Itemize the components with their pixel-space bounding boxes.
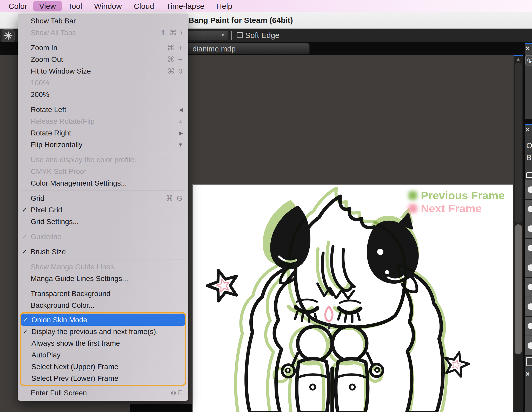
- menu-item-grid-settings[interactable]: Grid Settings...: [18, 216, 188, 227]
- menu-item-label: Flip Horizontally: [31, 141, 174, 149]
- info-button[interactable]: ①: [525, 55, 532, 66]
- rotate-direction-icon: ▼: [178, 142, 183, 148]
- new-layer-icon[interactable]: [526, 357, 532, 366]
- layer-visibility-icon[interactable]: [528, 342, 532, 349]
- previous-frame-label: Previous Frame: [421, 189, 505, 202]
- symmetry-brush-button[interactable]: [2, 29, 15, 42]
- menubar-item-time-lapse[interactable]: Time-lapse: [160, 1, 210, 11]
- document-tab-label: dianime.mdp: [192, 45, 236, 53]
- layer-list: [525, 180, 532, 356]
- menu-bar: ColorViewToolWindowCloudTime-lapseHelp: [0, 0, 532, 12]
- layer-visibility-icon[interactable]: [528, 245, 532, 251]
- menu-item-pixel-grid[interactable]: ✓Pixel Grid: [18, 204, 188, 216]
- layer-row[interactable]: [525, 278, 532, 297]
- layer-row[interactable]: [525, 219, 532, 239]
- menu-item-background-color[interactable]: Background Color...: [18, 299, 188, 311]
- workspace-bottom-strip: [130, 404, 192, 412]
- menu-item-show-manga-guide-lines: Show Manga Guide Lines: [18, 261, 188, 273]
- menu-item-color-management-settings[interactable]: Color Management Settings...: [18, 177, 188, 189]
- layer-row[interactable]: [525, 336, 532, 356]
- asterisk-icon: [4, 31, 13, 40]
- close-icon[interactable]: ×: [525, 369, 532, 378]
- layer-visibility-icon[interactable]: [528, 284, 532, 290]
- menu-item-shortcut: ⇧ ⌘ \: [160, 28, 183, 37]
- onion-skin-legend: Previous Frame Next Frame: [408, 189, 505, 215]
- menu-item-manga-guide-lines-settings[interactable]: Manga Guide Lines Settings...: [18, 273, 188, 284]
- view-menu-panel: Show Tab BarShow All Tabs⇧ ⌘ \Zoom In⌘ +…: [18, 14, 188, 401]
- canvas-vertical-scrollbar[interactable]: ▲: [514, 55, 523, 412]
- menu-item-brush-size[interactable]: ✓Brush Size: [18, 246, 188, 258]
- menu-item-enter-full-screen[interactable]: Enter Full ScreenF: [18, 387, 188, 399]
- menu-item-select-prev-lower-frame[interactable]: Select Prev (Lower) Frame: [21, 372, 185, 384]
- menu-item-show-tab-bar[interactable]: Show Tab Bar: [18, 15, 188, 27]
- rotate-direction-icon: ◀: [179, 107, 183, 113]
- checkmark-icon: ✓: [23, 316, 31, 324]
- layer-visibility-icon[interactable]: [528, 264, 532, 271]
- menu-item-onion-skin-mode[interactable]: ✓Onion Skin Mode: [21, 314, 185, 326]
- menu-item-rotate-left[interactable]: Rotate Left◀: [18, 104, 188, 115]
- menu-item-rotate-right[interactable]: Rotate Right▶: [18, 127, 188, 139]
- layer-row[interactable]: [525, 239, 532, 258]
- checkmark-icon: ✓: [22, 233, 31, 241]
- menu-item-flip-horizontally[interactable]: Flip Horizontally▼: [18, 139, 188, 151]
- menu-item-label: Background Color...: [31, 301, 183, 310]
- scroll-up-icon[interactable]: ▲: [514, 56, 523, 62]
- layer-mode-icon[interactable]: [526, 172, 532, 178]
- menu-item-display-the-previous-and-next-frame-s[interactable]: ✓Display the previous and next frame(s).: [21, 326, 185, 337]
- menu-item-label: Guideline: [31, 233, 183, 241]
- menubar-item-cloud[interactable]: Cloud: [128, 1, 160, 11]
- menubar-item-tool[interactable]: Tool: [62, 1, 88, 11]
- scrollbar-thumb[interactable]: [515, 224, 522, 354]
- menu-item-label: Release Rotate/Flip: [31, 117, 174, 126]
- previous-frame-color-dot: [408, 191, 417, 200]
- menu-item-label: Select Prev (Lower) Frame: [31, 374, 182, 383]
- menu-item-zoom-out[interactable]: Zoom Out⌘ −: [18, 54, 188, 65]
- checkmark-icon: ✓: [23, 328, 31, 336]
- menu-item-transparent-background[interactable]: Transparent Background: [18, 288, 188, 299]
- menu-item-shortcut: ⌘ G: [166, 194, 183, 202]
- onion-skin-annotation-box: ✓Onion Skin Mode✓Display the previous an…: [20, 312, 186, 386]
- close-icon[interactable]: ×: [525, 125, 532, 134]
- menubar-item-view[interactable]: View: [33, 1, 62, 11]
- next-frame-color-dot: [408, 204, 417, 213]
- close-icon[interactable]: ×: [525, 44, 532, 52]
- menubar-item-color[interactable]: Color: [3, 1, 33, 11]
- layer-visibility-icon[interactable]: [528, 225, 532, 232]
- panel-label-o: O: [526, 141, 532, 150]
- menu-item-label: 200%: [31, 90, 183, 99]
- menu-item-label: Enter Full Screen: [31, 389, 167, 397]
- menu-separator: [21, 102, 185, 102]
- menu-item-grid[interactable]: Grid⌘ G: [18, 192, 188, 204]
- menu-item-label: Zoom Out: [31, 55, 164, 64]
- menu-item-label: 100%: [31, 79, 183, 87]
- menubar-item-help[interactable]: Help: [210, 1, 238, 11]
- menu-item-label: Show All Tabs: [31, 29, 156, 37]
- menubar-item-window[interactable]: Window: [88, 1, 128, 11]
- layer-row[interactable]: [525, 317, 532, 336]
- layer-row[interactable]: [525, 297, 532, 317]
- layer-row[interactable]: [525, 180, 532, 200]
- current-frame-art: [204, 196, 471, 412]
- layer-row[interactable]: [525, 200, 532, 219]
- menu-item-200[interactable]: 200%: [18, 89, 188, 100]
- menu-item-zoom-in[interactable]: Zoom In⌘ +: [18, 42, 188, 54]
- menu-item-autoplay[interactable]: AutoPlay...: [21, 349, 185, 361]
- layer-visibility-icon[interactable]: [528, 303, 532, 310]
- panel-top: × ①: [525, 43, 532, 119]
- menu-item-label: Show Tab Bar: [31, 17, 183, 25]
- soft-edge-checkbox[interactable]: [237, 32, 243, 38]
- drawing-canvas[interactable]: Previous Frame Next Frame: [192, 184, 513, 412]
- window-title: ediBang Paint for Steam (64bit): [177, 16, 293, 25]
- layer-row[interactable]: [525, 258, 532, 278]
- menu-item-select-next-upper-frame[interactable]: Select Next (Upper) Frame: [21, 361, 185, 372]
- scrollbar-track-segment[interactable]: [515, 63, 522, 223]
- menu-item-label: Grid: [31, 194, 162, 202]
- menu-separator: [21, 191, 185, 191]
- menu-item-always-show-the-first-frame[interactable]: Always show the first frame: [21, 337, 185, 349]
- layer-visibility-icon[interactable]: [528, 186, 532, 193]
- menu-item-fit-to-window-size[interactable]: Fit to Window Size⌘ 0: [18, 65, 188, 77]
- layer-visibility-icon[interactable]: [528, 206, 532, 212]
- menu-separator: [21, 229, 185, 229]
- layer-visibility-icon[interactable]: [528, 323, 532, 329]
- rotate-direction-icon: ▶: [179, 130, 183, 136]
